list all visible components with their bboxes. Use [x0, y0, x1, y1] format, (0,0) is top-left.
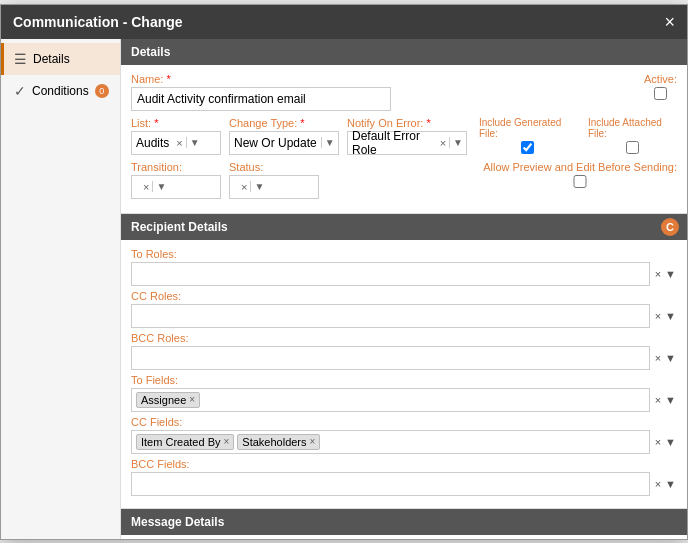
status-group: Status: × ▼ — [229, 161, 319, 199]
allow-preview-checkbox[interactable] — [483, 175, 677, 188]
list-clear-btn[interactable]: × — [173, 137, 185, 149]
to-roles-label: To Roles: — [131, 248, 677, 260]
modal-title: Communication - Change — [13, 14, 183, 30]
conditions-icon: ✓ — [14, 83, 26, 99]
modal-header: Communication - Change × — [1, 5, 687, 39]
conditions-badge: 0 — [95, 84, 109, 98]
to-roles-input[interactable] — [131, 262, 650, 286]
cc-roles-arrow-btn[interactable]: ▼ — [664, 310, 677, 322]
to-fields-label: To Fields: — [131, 374, 677, 386]
cc-fields-row: Item Created By × Stakeholders × × ▼ — [131, 430, 677, 454]
recipient-header-wrapper: Recipient Details C — [121, 214, 687, 240]
list-label: List: — [131, 117, 221, 129]
bcc-roles-input[interactable] — [131, 346, 650, 370]
sidebar-item-conditions[interactable]: ✓ Conditions 0 — [1, 75, 120, 107]
status-label: Status: — [229, 161, 319, 173]
sidebar-item-details[interactable]: ☰ Details — [1, 43, 120, 75]
to-fields-clear-btn[interactable]: × — [654, 394, 662, 406]
name-input[interactable] — [131, 87, 391, 111]
cc-fields-label: CC Fields: — [131, 416, 677, 428]
status-arrow-btn[interactable]: ▼ — [250, 181, 267, 192]
bcc-roles-controls: × ▼ — [650, 352, 677, 364]
to-fields-row: Assignee × × ▼ — [131, 388, 677, 412]
bcc-fields-clear-btn[interactable]: × — [654, 478, 662, 490]
list-changetype-row: List: Audits × ▼ Change Type: New Or Upd… — [131, 117, 677, 155]
include-generated-checkbox[interactable] — [479, 141, 576, 154]
to-roles-clear-btn[interactable]: × — [654, 268, 662, 280]
cc-roles-clear-btn[interactable]: × — [654, 310, 662, 322]
allow-preview-group: Allow Preview and Edit Before Sending: — [483, 161, 677, 188]
active-group: Active: — [644, 73, 677, 100]
to-fields-arrow-btn[interactable]: ▼ — [664, 394, 677, 406]
transition-clear-btn[interactable]: × — [140, 181, 152, 193]
sidebar-item-details-label: Details — [33, 52, 70, 66]
to-roles-row: × ▼ — [131, 262, 677, 286]
change-type-arrow-btn[interactable]: ▼ — [321, 137, 338, 148]
bcc-fields-input[interactable] — [131, 472, 650, 496]
to-roles-arrow-btn[interactable]: ▼ — [664, 268, 677, 280]
change-type-group: Change Type: New Or Update ▼ — [229, 117, 339, 155]
transition-arrow-btn[interactable]: ▼ — [152, 181, 169, 192]
list-group: List: Audits × ▼ — [131, 117, 221, 155]
include-attached-group: Include Attached File: — [588, 117, 677, 154]
status-select-wrapper[interactable]: × ▼ — [229, 175, 319, 199]
include-generated-group: Include Generated File: — [479, 117, 576, 154]
transition-status-row: Transition: × ▼ Status: × ▼ — [131, 161, 677, 199]
cc-roles-controls: × ▼ — [650, 310, 677, 322]
cc-fields-input[interactable]: Item Created By × Stakeholders × — [131, 430, 650, 454]
cc-fields-controls: × ▼ — [650, 436, 677, 448]
change-type-label: Change Type: — [229, 117, 339, 129]
details-section-body: Name: Active: List: Audits × — [121, 65, 687, 214]
message-section-header: Message Details — [121, 509, 687, 535]
notify-error-clear-btn[interactable]: × — [437, 137, 449, 149]
name-active-row: Name: Active: — [131, 73, 677, 111]
bcc-roles-clear-btn[interactable]: × — [654, 352, 662, 364]
recipient-section-header: Recipient Details — [121, 214, 687, 240]
to-fields-controls: × ▼ — [650, 394, 677, 406]
to-fields-input[interactable]: Assignee × — [131, 388, 650, 412]
cc-fields-arrow-btn[interactable]: ▼ — [664, 436, 677, 448]
name-label: Name: — [131, 73, 636, 85]
list-select-wrapper[interactable]: Audits × ▼ — [131, 131, 221, 155]
cc-fields-tag-stakeholders-remove[interactable]: × — [310, 436, 316, 447]
active-checkbox[interactable] — [644, 87, 677, 100]
notify-error-arrow-btn[interactable]: ▼ — [449, 137, 466, 148]
cc-fields-clear-btn[interactable]: × — [654, 436, 662, 448]
to-roles-group: To Roles: × ▼ — [131, 248, 677, 286]
include-attached-checkbox[interactable] — [588, 141, 677, 154]
change-type-select-wrapper[interactable]: New Or Update ▼ — [229, 131, 339, 155]
message-section-body: Subject: * Message: * — [121, 535, 687, 539]
cc-fields-tag-item-created-by-remove[interactable]: × — [223, 436, 229, 447]
sidebar-item-conditions-label: Conditions — [32, 84, 89, 98]
list-arrow-btn[interactable]: ▼ — [186, 137, 203, 148]
change-type-value: New Or Update — [230, 136, 321, 150]
details-icon: ☰ — [14, 51, 27, 67]
bcc-roles-group: BCC Roles: × ▼ — [131, 332, 677, 370]
cc-roles-input[interactable] — [131, 304, 650, 328]
transition-select-wrapper[interactable]: × ▼ — [131, 175, 221, 199]
cc-roles-label: CC Roles: — [131, 290, 677, 302]
notify-error-label: Notify On Error: — [347, 117, 467, 129]
sidebar: ☰ Details ✓ Conditions 0 — [1, 39, 121, 539]
allow-preview-label: Allow Preview and Edit Before Sending: — [483, 161, 677, 173]
to-fields-tag-assignee: Assignee × — [136, 392, 200, 408]
cc-roles-group: CC Roles: × ▼ — [131, 290, 677, 328]
bcc-fields-controls: × ▼ — [650, 478, 677, 490]
bcc-roles-row: × ▼ — [131, 346, 677, 370]
bcc-roles-arrow-btn[interactable]: ▼ — [664, 352, 677, 364]
bcc-fields-arrow-btn[interactable]: ▼ — [664, 478, 677, 490]
notify-error-select-wrapper[interactable]: Default Error Role × ▼ — [347, 131, 467, 155]
cc-fields-tag-item-created-by: Item Created By × — [136, 434, 234, 450]
notify-error-value: Default Error Role — [348, 129, 437, 157]
status-clear-btn[interactable]: × — [238, 181, 250, 193]
modal-close-button[interactable]: × — [664, 13, 675, 31]
to-fields-tag-assignee-remove[interactable]: × — [189, 394, 195, 405]
bcc-roles-label: BCC Roles: — [131, 332, 677, 344]
to-roles-controls: × ▼ — [650, 268, 677, 280]
cc-roles-row: × ▼ — [131, 304, 677, 328]
details-section-header: Details — [121, 39, 687, 65]
bcc-fields-row: × ▼ — [131, 472, 677, 496]
to-fields-group: To Fields: Assignee × × ▼ — [131, 374, 677, 412]
notify-error-group: Notify On Error: Default Error Role × ▼ — [347, 117, 467, 155]
modal-body: ☰ Details ✓ Conditions 0 Details Name: — [1, 39, 687, 539]
